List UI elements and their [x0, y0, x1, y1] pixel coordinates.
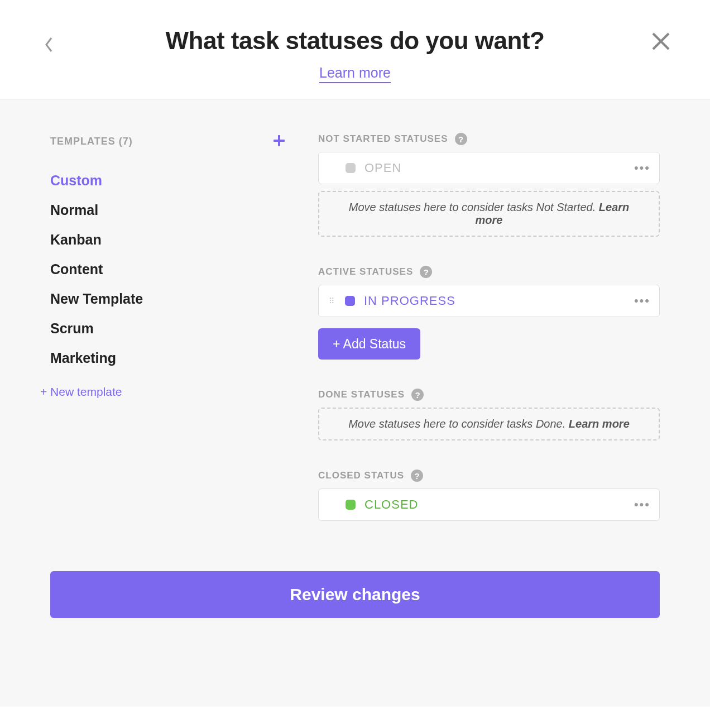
status-panel: NOT STARTED STATUSES ? OPEN ••• Move sta…	[318, 133, 660, 521]
help-icon[interactable]: ?	[420, 266, 432, 278]
review-changes-button[interactable]: Review changes	[50, 571, 660, 618]
not-started-title: NOT STARTED STATUSES	[318, 133, 448, 145]
add-status-button[interactable]: + Add Status	[318, 328, 420, 360]
help-icon[interactable]: ?	[411, 470, 423, 482]
close-icon	[651, 31, 671, 51]
status-color-swatch	[345, 296, 355, 306]
status-color-swatch	[346, 500, 356, 510]
learn-more-link[interactable]: Learn more	[319, 65, 391, 83]
templates-panel: TEMPLATES (7) Custom Normal Kanban Conte…	[50, 133, 285, 521]
template-list: Custom Normal Kanban Content New Templat…	[50, 166, 285, 373]
svg-rect-3	[274, 140, 285, 142]
help-icon[interactable]: ?	[455, 133, 467, 145]
template-item-content[interactable]: Content	[50, 255, 285, 284]
modal-body: TEMPLATES (7) Custom Normal Kanban Conte…	[0, 99, 710, 707]
template-item-normal[interactable]: Normal	[50, 195, 285, 225]
closed-header: CLOSED STATUS ?	[318, 470, 660, 482]
status-closed[interactable]: CLOSED •••	[318, 488, 660, 521]
template-item-scrum[interactable]: Scrum	[50, 314, 285, 343]
help-icon[interactable]: ?	[411, 389, 424, 401]
more-icon[interactable]: •••	[634, 294, 650, 308]
status-color-swatch	[346, 163, 356, 173]
more-icon[interactable]: •••	[634, 161, 650, 175]
done-header: DONE STATUSES ?	[318, 389, 660, 401]
plus-icon	[274, 135, 285, 146]
modal-title: What task statuses do you want?	[33, 27, 677, 55]
template-item-marketing[interactable]: Marketing	[50, 343, 285, 373]
status-in-progress[interactable]: ⠿ IN PROGRESS •••	[318, 285, 660, 317]
not-started-dropzone[interactable]: Move statuses here to consider tasks Not…	[318, 191, 660, 237]
modal-header: What task statuses do you want? Learn mo…	[0, 0, 710, 83]
active-title: ACTIVE STATUSES	[318, 266, 413, 277]
status-label: IN PROGRESS	[364, 294, 455, 308]
drag-handle-icon[interactable]: ⠿	[329, 299, 336, 303]
templates-heading: TEMPLATES (7)	[50, 136, 133, 147]
status-label: CLOSED	[364, 497, 418, 512]
chevron-left-icon	[45, 37, 54, 52]
done-title: DONE STATUSES	[318, 389, 405, 400]
dropzone-text: Move statuses here to consider tasks Not…	[349, 201, 599, 213]
template-item-kanban[interactable]: Kanban	[50, 225, 285, 255]
not-started-header: NOT STARTED STATUSES ?	[318, 133, 660, 145]
dropzone-learn-more[interactable]: Learn more	[569, 418, 630, 430]
status-open[interactable]: OPEN •••	[318, 152, 660, 184]
new-template-button[interactable]: + New template	[40, 385, 285, 399]
closed-title: CLOSED STATUS	[318, 470, 404, 481]
active-header: ACTIVE STATUSES ?	[318, 266, 660, 278]
back-button[interactable]	[45, 37, 54, 56]
template-item-custom[interactable]: Custom	[50, 166, 285, 195]
done-dropzone[interactable]: Move statuses here to consider tasks Don…	[318, 408, 660, 440]
more-icon[interactable]: •••	[634, 497, 650, 512]
close-button[interactable]	[651, 31, 671, 54]
template-item-new-template[interactable]: New Template	[50, 284, 285, 314]
status-label: OPEN	[364, 161, 401, 175]
add-template-icon[interactable]	[274, 133, 285, 150]
dropzone-text: Move statuses here to consider tasks Don…	[348, 418, 569, 430]
